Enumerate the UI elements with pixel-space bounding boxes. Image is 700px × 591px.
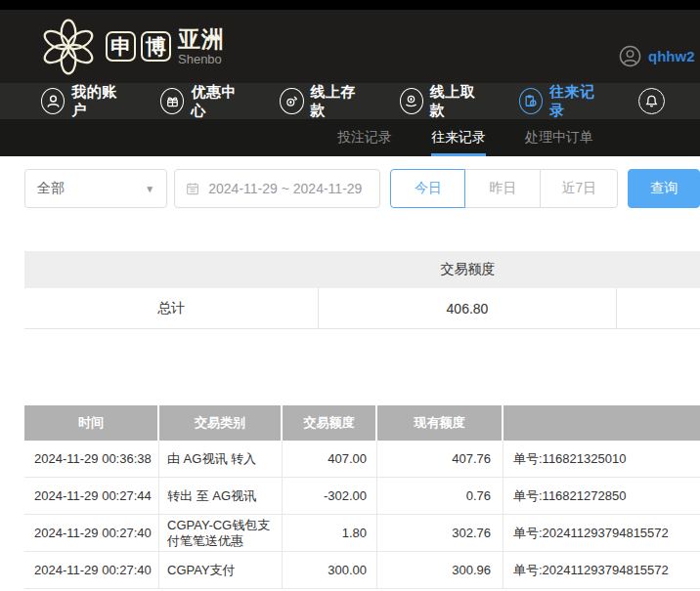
type-select-value: 全部 (37, 180, 65, 197)
nav-label: 往来记录 (549, 83, 603, 120)
search-button[interactable]: 查询 (628, 169, 700, 208)
summary-total-label: 总计 (24, 288, 319, 328)
nav-label: 线上存款 (311, 83, 365, 120)
cell-type: CGPAY支付 (159, 552, 283, 588)
top-black-bar (0, 0, 700, 10)
cell-time: 2024-11-29 00:36:38 (24, 441, 159, 477)
nav-item-online-withdraw[interactable]: 线上取款 (400, 83, 484, 120)
summary-header-row: 交易额度 (24, 251, 700, 288)
tab-pending-orders[interactable]: 处理中订单 (525, 119, 593, 156)
cell-amount: 1.80 (283, 515, 377, 551)
logo-char-bo: 博 (141, 31, 171, 62)
records-clipboard-icon (519, 88, 543, 114)
date-range-input[interactable]: 2024-11-29 ~ 2024-11-29 (174, 169, 380, 208)
withdraw-coin-icon (400, 88, 423, 114)
col-header-type: 交易类别 (159, 405, 283, 441)
col-header-balance: 现有额度 (377, 405, 503, 441)
filter-bar: 全部 ▼ 2024-11-29 ~ 2024-11-29 今日 昨日 近7日 查… (24, 169, 700, 208)
main-nav: 我的账户 优惠中心 线上存款 (0, 83, 700, 119)
cell-time: 2024-11-29 00:27:40 (24, 552, 159, 588)
cell-amount: 300.00 (283, 552, 377, 588)
cell-type: CGPAY-CG钱包支付笔笔送优惠 (159, 515, 283, 551)
cell-summary: 单号:202411293794815572 (503, 552, 700, 588)
record-tabs: 投注记录 往来记录 处理中订单 (0, 119, 700, 156)
cell-balance: 302.76 (377, 515, 503, 551)
nav-item-online-deposit[interactable]: 线上存款 (280, 83, 364, 120)
cell-type: 转出 至 AG视讯 (159, 478, 283, 514)
cell-balance: 300.96 (377, 552, 503, 588)
today-button[interactable]: 今日 (390, 169, 465, 208)
tab-bet-records[interactable]: 投注记录 (337, 119, 392, 156)
logo-char-shen: 申 (106, 31, 136, 62)
user-account[interactable]: qhhw2 (619, 45, 695, 67)
quick-date-group: 今日 昨日 近7日 (390, 169, 618, 208)
user-icon (41, 88, 65, 114)
avatar-icon (619, 45, 641, 67)
date-range-value: 2024-11-29 ~ 2024-11-29 (208, 181, 362, 196)
bell-icon (638, 88, 665, 114)
cell-summary: 单号:116821272850 (503, 478, 700, 514)
site-header: 申 博 亚洲 Shenbo qhhw2 (0, 10, 700, 83)
cell-type: 由 AG视讯 转入 (159, 441, 283, 477)
flower-logo-icon (37, 16, 100, 78)
nav-label: 我的账户 (71, 83, 125, 120)
col-header-summary: 摘要 (503, 405, 700, 441)
nav-item-notifications[interactable] (638, 88, 665, 114)
cell-summary: 单号:202411293794815572 (503, 515, 700, 551)
nav-label: 线上取款 (430, 83, 484, 120)
cell-balance: 0.76 (377, 478, 503, 514)
nav-item-transaction-records[interactable]: 往来记录 (519, 83, 603, 120)
nav-label: 优惠中心 (191, 83, 244, 120)
table-row: 2024-11-29 00:27:40 CGPAY-CG钱包支付笔笔送优惠 1.… (24, 515, 700, 552)
cell-time: 2024-11-29 00:27:40 (24, 515, 159, 551)
gift-icon (160, 88, 184, 114)
cell-amount: 407.00 (283, 441, 377, 477)
col-header-time: 时间 (24, 405, 159, 441)
table-row: 2024-11-29 00:27:40 CGPAY支付 300.00 300.9… (24, 552, 700, 589)
nav-item-promotions[interactable]: 优惠中心 (160, 83, 244, 120)
summary-extra-cell (617, 288, 700, 328)
table-row: 2024-11-29 00:27:44 转出 至 AG视讯 -302.00 0.… (24, 478, 700, 515)
logo-region-text: 亚洲 (178, 28, 225, 51)
summary-header-amount: 交易额度 (319, 261, 617, 278)
yesterday-button[interactable]: 昨日 (464, 169, 541, 208)
last7days-button[interactable]: 近7日 (540, 169, 618, 208)
table-row: 2024-11-29 00:36:38 由 AG视讯 转入 407.00 407… (24, 441, 700, 478)
type-select[interactable]: 全部 ▼ (24, 169, 167, 208)
table-header-row: 时间 交易类别 交易额度 现有额度 摘要 (24, 405, 700, 441)
tab-transaction-records[interactable]: 往来记录 (431, 119, 486, 156)
calendar-icon (185, 181, 200, 196)
cell-time: 2024-11-29 00:27:44 (24, 478, 159, 514)
summary-total-row: 总计 406.80 (24, 288, 700, 329)
summary-table: 交易额度 总计 406.80 (24, 251, 700, 329)
nav-item-my-account[interactable]: 我的账户 (41, 83, 125, 120)
chevron-down-icon: ▼ (145, 184, 154, 194)
logo-subtitle-text: Shenbo (178, 53, 225, 65)
deposit-coin-icon (280, 88, 303, 114)
cell-balance: 407.76 (377, 441, 503, 477)
cell-amount: -302.00 (283, 478, 377, 514)
username-text: qhhw2 (648, 48, 695, 64)
page: 申 博 亚洲 Shenbo qhhw2 我的账户 (0, 0, 700, 591)
site-logo[interactable]: 申 博 亚洲 Shenbo (37, 16, 225, 78)
col-header-amount: 交易额度 (283, 405, 377, 441)
transactions-table: 时间 交易类别 交易额度 现有额度 摘要 2024-11-29 00:36:38… (24, 405, 700, 589)
summary-total-value: 406.80 (319, 288, 617, 328)
content: 全部 ▼ 2024-11-29 ~ 2024-11-29 今日 昨日 近7日 查… (0, 169, 700, 589)
cell-summary: 单号:116821325010 (503, 441, 700, 477)
